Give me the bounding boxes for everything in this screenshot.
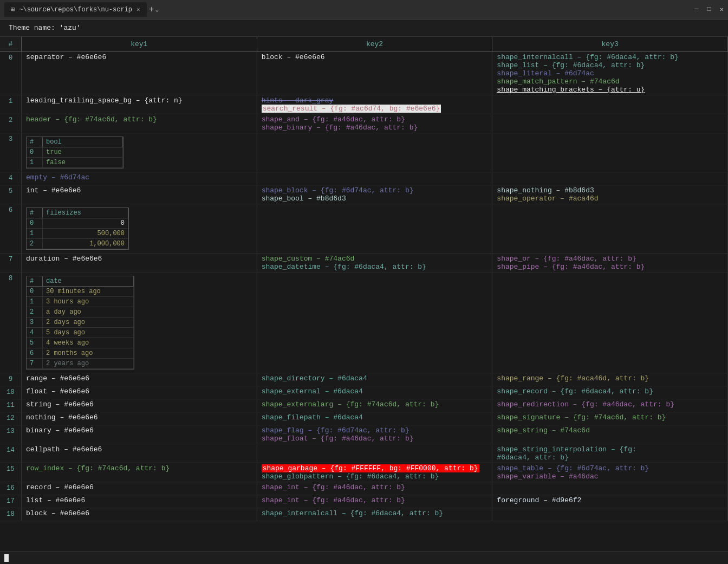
row-key1: cellpath – #e6e6e6 [22, 444, 257, 463]
tab-chevron-button[interactable]: ⌄ [155, 5, 159, 14]
row-key2: shape_internalcall – {fg: #6daca4, attr:… [257, 508, 493, 521]
row-key2: shape_externalarg – {fg: #74ac6d, attr: … [257, 399, 493, 412]
row-index: 16 [0, 482, 22, 495]
filesizes-col-filesizes: filesizes [43, 208, 128, 218]
row-key2 [257, 273, 493, 373]
col-header-key2: key2 [257, 37, 493, 51]
garbage-highlight: shape_garbage – {fg: #FFFFFF, bg: #FF000… [262, 464, 479, 472]
row-index: 2 [0, 114, 22, 133]
cursor [4, 554, 9, 562]
table-row: 16 record – #e6e6e6 shape_int – {fg: #a4… [0, 482, 728, 495]
row-key1: list – #e6e6e6 [22, 495, 257, 508]
minimize-button[interactable]: — [694, 5, 698, 14]
tab-label: ~\source\repos\forks\nu-scrip [19, 6, 132, 14]
main-table: # key1 key2 key3 0 separator – #e6e6e6 b… [0, 37, 728, 563]
row-key1-duration: # date 0 30 minutes ago 1 3 hours ago 2 … [22, 273, 257, 373]
row-key1: row_index – {fg: #74ac6d, attr: b} [22, 463, 257, 482]
row-index: 17 [0, 495, 22, 508]
row-key3 [492, 204, 728, 253]
col-header-key3: key3 [492, 37, 728, 51]
bool-table-header: # bool [27, 137, 123, 147]
row-key3: shape_signature – {fg: #74ac6d, attr: b} [492, 412, 728, 425]
window-controls: — □ ✕ [694, 5, 724, 14]
row-key2 [257, 172, 493, 185]
row-index: 9 [0, 373, 22, 386]
row-key1: binary – #e6e6e6 [22, 425, 257, 444]
terminal-tab[interactable]: ⊞ ~\source\repos\forks\nu-scrip ✕ [4, 2, 147, 17]
filesizes-row-0: 0 0 [27, 218, 128, 229]
row-key1: int – #e6e6e6 [22, 185, 257, 204]
row-key3: shape_record – {fg: #6daca4, attr: b} [492, 386, 728, 399]
row-key3: foreground – #d9e6f2 [492, 495, 728, 508]
duration-row-7: 7 2 years ago [27, 359, 134, 369]
row-key1-filesizes: # filesizes 0 0 1 500,000 2 1,000,000 [22, 204, 257, 253]
table-row: 8 # date 0 30 minutes ago 1 3 hours ago [0, 273, 728, 373]
duration-row-1: 1 3 hours ago [27, 297, 134, 307]
table-row: 13 binary – #e6e6e6 shape_flag – {fg: #6… [0, 425, 728, 444]
theme-line: Theme name: 'azu' [0, 20, 728, 37]
table-row: 14 cellpath – #e6e6e6 shape_string_inter… [0, 444, 728, 463]
row-key1-bool-table: # bool 0 true 1 false [22, 133, 257, 172]
duration-row-4: 4 5 days ago [27, 328, 134, 338]
close-button[interactable]: ✕ [720, 5, 724, 14]
row-key3: shape_internalcall – {fg: #6daca4, attr:… [492, 52, 728, 95]
terminal-icon: ⊞ [11, 5, 15, 14]
bool-col-index: # [27, 137, 43, 147]
bool-inner-table: # bool 0 true 1 false [26, 137, 123, 168]
table-row: 10 float – #e6e6e6 shape_external – #6da… [0, 386, 728, 399]
row-key2: shape_int – {fg: #a46dac, attr: b} [257, 482, 493, 495]
tab-close-button[interactable]: ✕ [136, 6, 140, 13]
filesizes-inner-table: # filesizes 0 0 1 500,000 2 1,000,000 [26, 208, 129, 250]
duration-col-date: date [43, 276, 134, 286]
table-row: 6 # filesizes 0 0 1 500,000 [0, 204, 728, 254]
row-key1: separator – #e6e6e6 [22, 52, 257, 95]
row-key2-garbage: shape_garbage – {fg: #FFFFFF, bg: #FF000… [257, 463, 493, 482]
row-index: 15 [0, 463, 22, 482]
table-row: 7 duration – #e6e6e6 shape_custom – #74a… [0, 254, 728, 273]
table-row: 5 int – #e6e6e6 shape_block – {fg: #6d74… [0, 185, 728, 204]
duration-row-5: 5 4 weeks ago [27, 338, 134, 348]
row-key1: block – #e6e6e6 [22, 508, 257, 521]
bool-col-bool: bool [43, 137, 123, 147]
row-index: 11 [0, 399, 22, 412]
col-header-index: # [0, 37, 22, 51]
table-row: 3 # bool 0 true 1 false [0, 133, 728, 172]
row-index: 7 [0, 254, 22, 272]
row-index: 3 [0, 133, 22, 172]
row-key2: shape_custom – #74ac6d shape_datetime – … [257, 254, 493, 272]
row-key3 [492, 95, 728, 114]
row-key2: shape_directory – #6daca4 [257, 373, 493, 386]
duration-row-3: 3 2 days ago [27, 317, 134, 328]
row-index: 8 [0, 273, 22, 373]
row-index: 0 [0, 52, 22, 95]
row-key1: nothing – #e6e6e6 [22, 412, 257, 425]
titlebar: ⊞ ~\source\repos\forks\nu-scrip ✕ + ⌄ — … [0, 0, 728, 20]
row-key1: record – #e6e6e6 [22, 482, 257, 495]
row-index: 6 [0, 204, 22, 253]
row-key2 [257, 204, 493, 253]
row-key2: shape_external – #6daca4 [257, 386, 493, 399]
row-key2: shape_flag – {fg: #6d74ac, attr: b} shap… [257, 425, 493, 444]
duration-col-index: # [27, 276, 43, 286]
row-key2: shape_and – {fg: #a46dac, attr: b} shape… [257, 114, 493, 133]
filesizes-row-2: 2 1,000,000 [27, 239, 128, 249]
row-key3 [492, 133, 728, 172]
row-key1: empty – #6d74ac [22, 172, 257, 185]
table-row: 17 list – #e6e6e6 shape_int – {fg: #a46d… [0, 495, 728, 508]
table-row: 12 nothing – #e6e6e6 shape_filepath – #6… [0, 412, 728, 425]
row-key3: shape_range – {fg: #aca46d, attr: b} [492, 373, 728, 386]
row-index: 1 [0, 95, 22, 114]
table-row: 15 row_index – {fg: #74ac6d, attr: b} sh… [0, 463, 728, 482]
row-key3: shape_string – #74ac6d [492, 425, 728, 444]
row-key3: shape_or – {fg: #a46dac, attr: b} shape_… [492, 254, 728, 272]
maximize-button[interactable]: □ [707, 5, 711, 14]
bottom-bar [0, 551, 728, 564]
row-key2: shape_block – {fg: #6d74ac, attr: b} sha… [257, 185, 493, 204]
row-key1: header – {fg: #74ac6d, attr: b} [22, 114, 257, 133]
filesizes-table-header: # filesizes [27, 208, 128, 218]
row-key3: shape_nothing – #b8d6d3 shape_operator –… [492, 185, 728, 204]
row-key2 [257, 133, 493, 172]
row-key3: shape_table – {fg: #6d74ac, attr: b} sha… [492, 463, 728, 482]
bool-row-1: 1 false [27, 158, 123, 168]
new-tab-button[interactable]: + [149, 5, 154, 15]
